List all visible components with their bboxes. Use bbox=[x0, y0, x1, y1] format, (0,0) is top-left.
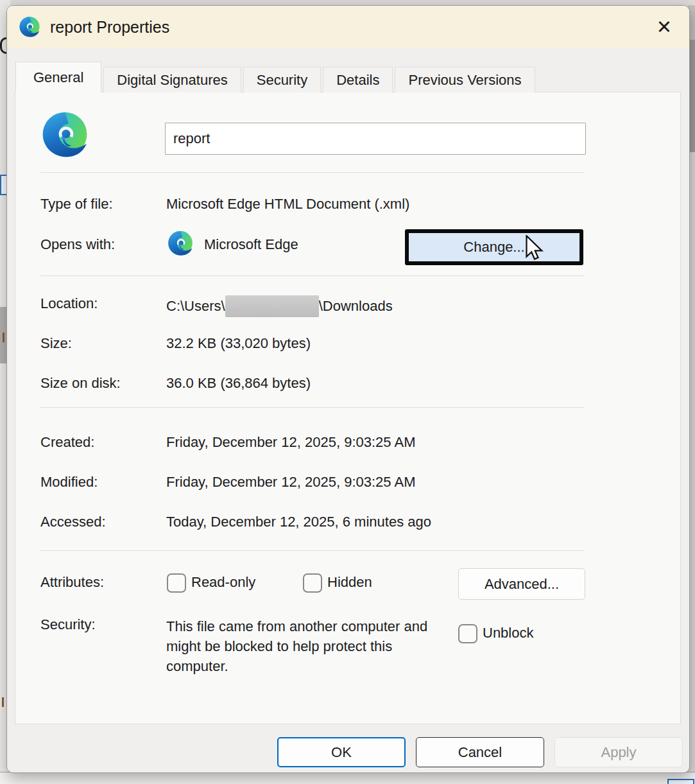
tab-security[interactable]: Security bbox=[243, 67, 321, 92]
security-text: This file came from another computer and… bbox=[166, 616, 436, 676]
filename-input[interactable] bbox=[165, 123, 586, 155]
size-label: Size: bbox=[40, 335, 72, 352]
size-value: 32.2 KB (33,020 bytes) bbox=[166, 335, 311, 352]
size-on-disk-label: Size on disk: bbox=[40, 375, 121, 392]
advanced-button[interactable]: Advanced... bbox=[458, 568, 585, 600]
unblock-label: Unblock bbox=[483, 625, 533, 641]
background-fragment bbox=[667, 779, 694, 784]
tab-previous-versions[interactable]: Previous Versions bbox=[395, 67, 535, 92]
cancel-button[interactable]: Cancel bbox=[416, 737, 544, 767]
tab-digital-signatures[interactable]: Digital Signatures bbox=[103, 67, 241, 92]
unblock-checkbox[interactable] bbox=[458, 624, 477, 643]
tab-details[interactable]: Details bbox=[323, 67, 393, 92]
tab-bar: General Digital Signatures Security Deta… bbox=[15, 62, 535, 92]
tab-general[interactable]: General bbox=[15, 62, 101, 92]
modified-label: Modified: bbox=[40, 474, 98, 491]
separator bbox=[40, 550, 585, 551]
security-label: Security: bbox=[40, 616, 96, 633]
file-type-edge-icon bbox=[38, 108, 92, 162]
ok-button[interactable]: OK bbox=[277, 737, 406, 767]
separator bbox=[40, 275, 585, 276]
edge-logo-icon-small bbox=[166, 229, 195, 258]
size-on-disk-value: 36.0 KB (36,864 bytes) bbox=[166, 375, 311, 392]
location-value: C:\Users\\Downloads bbox=[166, 295, 393, 317]
apply-button[interactable]: Apply bbox=[554, 737, 683, 767]
edge-logo-icon bbox=[17, 15, 42, 39]
window-title: report Properties bbox=[50, 18, 169, 37]
accessed-label: Accessed: bbox=[40, 514, 106, 530]
tab-panel-general: Type of file: Microsoft Edge HTML Docume… bbox=[15, 92, 681, 724]
type-of-file-label: Type of file: bbox=[40, 196, 113, 213]
close-icon: ✕ bbox=[656, 16, 672, 38]
title-bar: report Properties ✕ bbox=[7, 6, 689, 48]
location-label: Location: bbox=[40, 295, 98, 312]
attributes-label: Attributes: bbox=[40, 574, 104, 591]
close-button[interactable]: ✕ bbox=[649, 12, 679, 42]
separator bbox=[40, 172, 585, 173]
hidden-label: Hidden bbox=[327, 574, 372, 591]
redacted-username bbox=[225, 295, 319, 317]
mouse-cursor-icon bbox=[524, 235, 545, 261]
created-label: Created: bbox=[40, 434, 94, 451]
read-only-checkbox[interactable] bbox=[167, 573, 186, 593]
separator bbox=[40, 407, 585, 408]
background-fragment bbox=[3, 333, 4, 342]
background-window-bottom: 12/17/2023 11:16 AM Microsoft Excel 4 KB bbox=[0, 772, 695, 784]
location-suffix: \Downloads bbox=[319, 298, 393, 314]
created-value: Friday, December 12, 2025, 9:03:25 AM bbox=[166, 434, 415, 451]
background-fragment bbox=[2, 697, 4, 707]
properties-dialog: report Properties ✕ General Digital Sign… bbox=[6, 5, 690, 773]
location-prefix: C:\Users\ bbox=[166, 298, 225, 314]
change-button[interactable]: Change... bbox=[405, 229, 583, 265]
type-of-file-value: Microsoft Edge HTML Document (.xml) bbox=[166, 196, 409, 213]
page-root: { "window": { "title": "report Propertie… bbox=[0, 0, 695, 784]
opens-with-value: Microsoft Edge bbox=[204, 236, 298, 253]
accessed-value: Today, December 12, 2025, 6 minutes ago bbox=[166, 514, 431, 530]
read-only-label: Read-only bbox=[191, 574, 255, 591]
hidden-checkbox[interactable] bbox=[303, 573, 322, 593]
modified-value: Friday, December 12, 2025, 9:03:25 AM bbox=[166, 474, 415, 491]
opens-with-label: Opens with: bbox=[40, 236, 115, 253]
